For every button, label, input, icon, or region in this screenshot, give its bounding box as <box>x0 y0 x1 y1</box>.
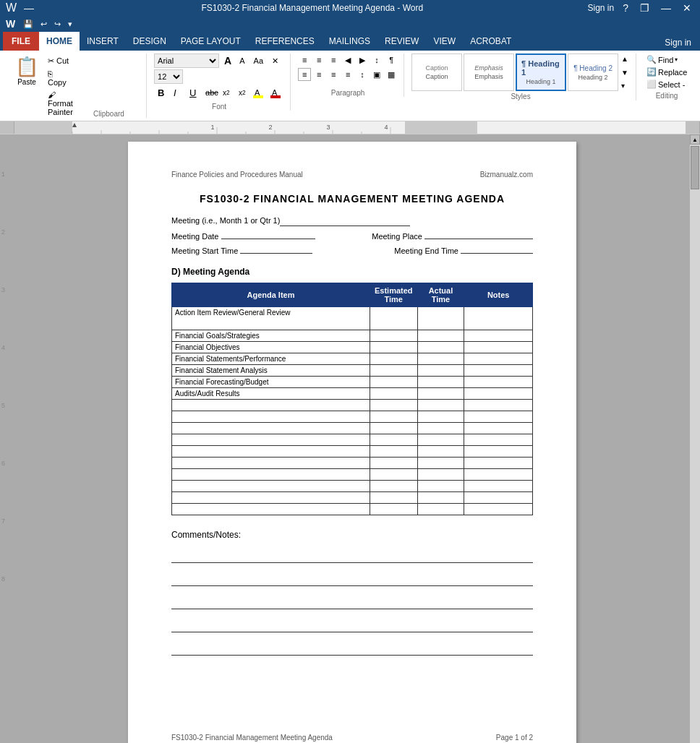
format-painter-button[interactable]: 🖌 Format Painter <box>45 89 76 118</box>
help-btn[interactable]: ? <box>620 2 631 14</box>
cell-est[interactable] <box>370 411 417 423</box>
restore-btn[interactable]: ❐ <box>637 2 652 14</box>
numbered-btn[interactable]: ≡ <box>312 53 325 66</box>
cell-est[interactable] <box>370 342 417 353</box>
tab-references[interactable]: REFERENCES <box>248 32 322 51</box>
styles-expand[interactable]: ▾ <box>621 82 628 90</box>
justify-btn[interactable]: ≡ <box>341 68 354 81</box>
cell-item[interactable] <box>172 469 370 481</box>
sign-in-btn[interactable]: Sign in <box>588 3 615 13</box>
cell-est[interactable] <box>370 365 417 377</box>
cell-notes[interactable] <box>464 400 533 411</box>
comment-line-5[interactable] <box>171 638 533 656</box>
cell-est[interactable] <box>370 353 417 365</box>
tab-insert[interactable]: INSERT <box>80 32 126 51</box>
cell-notes[interactable] <box>464 342 533 353</box>
align-right-btn[interactable]: ≡ <box>327 68 340 81</box>
replace-btn[interactable]: 🔄 Replace <box>644 66 690 78</box>
cell-actual[interactable] <box>417 400 464 411</box>
comment-line-3[interactable] <box>171 592 533 609</box>
cell-actual[interactable] <box>417 388 464 400</box>
cell-actual[interactable] <box>417 504 464 515</box>
cell-actual[interactable] <box>417 365 464 377</box>
cell-actual[interactable] <box>417 377 464 388</box>
meeting-line1-field[interactable] <box>280 216 410 226</box>
cell-item[interactable] <box>172 481 370 492</box>
minimize-btn[interactable]: — <box>21 2 37 14</box>
cell-notes[interactable] <box>464 377 533 388</box>
cell-actual[interactable] <box>417 353 464 365</box>
cell-actual[interactable] <box>417 330 464 342</box>
tab-mailings[interactable]: MAILINGS <box>322 32 377 51</box>
tab-page-layout[interactable]: PAGE LAYOUT <box>174 32 248 51</box>
cell-notes[interactable] <box>464 388 533 400</box>
cell-notes[interactable] <box>464 458 533 469</box>
tab-review[interactable]: REVIEW <box>377 32 426 51</box>
style-caption[interactable]: Caption Caption <box>411 53 462 91</box>
cell-notes[interactable] <box>464 446 533 458</box>
center-btn[interactable]: ≡ <box>312 68 325 81</box>
cell-item[interactable] <box>172 492 370 504</box>
cell-est[interactable] <box>370 307 417 330</box>
sort-btn[interactable]: ↕ <box>370 53 383 66</box>
scroll-thumb[interactable] <box>691 146 699 189</box>
close-btn[interactable]: ✕ <box>680 2 694 14</box>
customize-btn[interactable]: ▾ <box>66 19 74 30</box>
italic-btn[interactable]: I <box>170 85 184 100</box>
superscript-btn[interactable]: x2 <box>235 85 249 100</box>
change-case-btn[interactable]: Aa <box>250 53 267 68</box>
style-heading1[interactable]: ¶ Heading 1 Heading 1 <box>516 53 566 91</box>
cell-item[interactable] <box>172 434 370 446</box>
cell-actual[interactable] <box>417 492 464 504</box>
comment-line-2[interactable] <box>171 569 533 586</box>
cell-est[interactable] <box>370 481 417 492</box>
cell-actual[interactable] <box>417 423 464 434</box>
font-name-select[interactable]: Arial <box>154 53 219 68</box>
cell-notes[interactable] <box>464 492 533 504</box>
styles-scroll-down[interactable]: ▼ <box>621 69 628 77</box>
cell-notes[interactable] <box>464 504 533 515</box>
cell-est[interactable] <box>370 446 417 458</box>
cell-est[interactable] <box>370 492 417 504</box>
decrease-indent-btn[interactable]: ◀ <box>341 53 354 66</box>
font-grow-btn[interactable]: A <box>221 53 235 68</box>
cell-notes[interactable] <box>464 481 533 492</box>
cell-actual[interactable] <box>417 458 464 469</box>
cell-item[interactable]: Financial Statements/Performance <box>172 353 370 365</box>
styles-scroll-up[interactable]: ▲ <box>621 55 628 63</box>
cell-item[interactable] <box>172 458 370 469</box>
cell-actual[interactable] <box>417 307 464 330</box>
clear-format-btn[interactable]: ✕ <box>268 53 282 68</box>
cut-button[interactable]: ✂ Cut <box>45 55 76 67</box>
font-color-btn[interactable]: A <box>268 85 284 100</box>
cell-est[interactable] <box>370 469 417 481</box>
multilevel-btn[interactable]: ≡ <box>327 53 340 66</box>
cell-item[interactable] <box>172 446 370 458</box>
style-emphasis[interactable]: Emphasis Emphasis <box>464 53 514 91</box>
strikethrough-btn[interactable]: abc <box>202 85 218 100</box>
sign-in-ribbon[interactable]: Sign in <box>659 35 697 51</box>
cell-est[interactable] <box>370 400 417 411</box>
undo-btn[interactable]: ↩ <box>38 19 49 30</box>
align-left-btn[interactable]: ≡ <box>298 68 311 81</box>
cell-item[interactable]: Financial Objectives <box>172 342 370 353</box>
paste-button[interactable]: 📋 Paste <box>10 53 43 118</box>
comment-line-1[interactable] <box>171 546 533 563</box>
cell-notes[interactable] <box>464 434 533 446</box>
shading-btn[interactable]: ▣ <box>370 68 383 81</box>
cell-item[interactable] <box>172 400 370 411</box>
cell-est[interactable] <box>370 504 417 515</box>
cell-est[interactable] <box>370 377 417 388</box>
cell-est[interactable] <box>370 330 417 342</box>
window-minimize-btn[interactable]: — <box>658 2 674 14</box>
cell-notes[interactable] <box>464 330 533 342</box>
cell-notes[interactable] <box>464 423 533 434</box>
cell-actual[interactable] <box>417 446 464 458</box>
cell-notes[interactable] <box>464 469 533 481</box>
comment-line-4[interactable] <box>171 615 533 632</box>
font-size-select[interactable]: 12 <box>154 69 183 84</box>
text-highlight-btn[interactable]: A <box>251 85 267 100</box>
font-shrink-btn[interactable]: A <box>236 53 248 68</box>
line-spacing-btn[interactable]: ↕ <box>356 68 369 81</box>
cell-item[interactable] <box>172 423 370 434</box>
